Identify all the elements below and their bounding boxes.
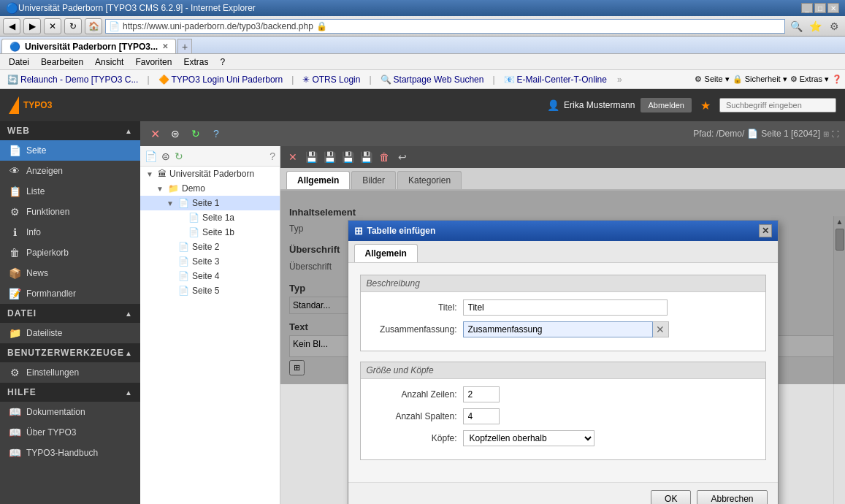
tree-item-seite3[interactable]: 📄 Seite 3 — [140, 254, 280, 269]
sidebar-item-news[interactable]: 📦 News — [0, 263, 140, 283]
tree-add-button[interactable]: 📄 — [145, 150, 157, 162]
abbrechen-button[interactable]: Abbrechen — [697, 490, 767, 504]
logout-button[interactable]: Abmelden — [641, 98, 692, 112]
undo-button[interactable]: ↩ — [394, 149, 410, 165]
maximize-button[interactable]: □ — [814, 3, 826, 13]
sidebar-section-datei: DATEI ▲ — [0, 304, 140, 323]
tree-item-seite4[interactable]: 📄 Seite 4 — [140, 269, 280, 283]
stop-button[interactable]: ✕ — [44, 18, 61, 34]
delete-button[interactable]: 🗑 — [376, 149, 392, 165]
close-page-button[interactable]: ✕ — [285, 149, 301, 165]
fav-otrs[interactable]: ✳ OTRS Login — [298, 73, 364, 86]
save-new-button[interactable]: 💾 — [340, 149, 356, 165]
save-view-button[interactable]: 💾 — [358, 149, 374, 165]
tab-close-button[interactable]: ✕ — [162, 42, 168, 50]
dialog-tab-allgemein[interactable]: Allgemein — [354, 244, 418, 262]
sidebar-item-dateiliste[interactable]: 📁 Dateiliste — [0, 323, 140, 343]
refresh-button[interactable]: ↻ — [187, 125, 204, 142]
tree-item-seite1b[interactable]: 📄 Seite 1b — [140, 225, 280, 240]
titel-input[interactable] — [463, 299, 668, 316]
menu-favoriten[interactable]: Favoriten — [129, 57, 177, 67]
sidebar-item-dokumentation[interactable]: 📖 Dokumentation — [0, 402, 140, 422]
address-bar[interactable]: 📄 https://www.uni-paderborn.de/typo3/bac… — [105, 19, 785, 34]
tree-item-seite2[interactable]: 📄 Seite 2 — [140, 240, 280, 254]
favorites-star[interactable]: ⭐ — [807, 18, 823, 34]
tree-item-seite1[interactable]: ▼ 📄 Seite 1 — [140, 196, 280, 210]
tab-kategorien[interactable]: Kategorien — [397, 171, 462, 189]
ie-help[interactable]: ❓ — [832, 75, 842, 84]
ie-tools-1[interactable]: ⚙ Seite ▾ — [695, 75, 729, 84]
tree-filter-button[interactable]: ⊜ — [161, 150, 170, 162]
more-favorites[interactable]: » — [617, 75, 622, 85]
path-fullscreen-icon[interactable]: ⛶ — [832, 130, 839, 138]
sidebar-item-liste[interactable]: 📋 Liste — [0, 181, 140, 202]
forward-button[interactable]: ▶ — [23, 18, 41, 34]
tree-refresh-button[interactable]: ↻ — [175, 150, 183, 162]
sidebar-item-anzeigen[interactable]: 👁 Anzeigen — [0, 161, 140, 181]
bookmark-icon[interactable]: ★ — [700, 99, 711, 112]
tree-item-seite5[interactable]: 📄 Seite 5 — [140, 283, 280, 298]
tools-button[interactable]: ⚙ — [826, 18, 842, 34]
sidebar-formhandler-icon: 📝 — [9, 288, 20, 299]
menu-help[interactable]: ? — [214, 57, 231, 67]
sidebar-hilfe-collapse[interactable]: ▲ — [125, 389, 133, 397]
tree-expand-seite1[interactable]: ▼ — [167, 199, 175, 207]
fav-typo3-label: TYPO3 Login Uni Paderborn — [172, 75, 283, 85]
back-button[interactable]: ◀ — [3, 18, 20, 34]
refresh-button[interactable]: ↻ — [64, 18, 82, 34]
save-button[interactable]: 💾 — [303, 149, 319, 165]
tree-expand-demo[interactable]: ▼ — [156, 185, 165, 193]
close-edit-button[interactable]: ✕ — [146, 125, 164, 142]
ie-tools-2[interactable]: 🔒 Sicherheit ▾ — [733, 75, 787, 84]
fav-email[interactable]: 📧 E-Mail-Center-T-Online — [500, 73, 611, 86]
tab-label: Universität Paderborn [TYPO3... — [25, 42, 158, 52]
fav-typo3login[interactable]: 🔶 TYPO3 Login Uni Paderborn — [154, 73, 288, 86]
new-tab-button[interactable]: + — [177, 39, 192, 53]
menu-bearbeiten[interactable]: Bearbeiten — [35, 57, 89, 67]
typo3-search-input[interactable] — [719, 98, 836, 112]
tree-item-seite1a[interactable]: 📄 Seite 1a — [140, 210, 280, 225]
minimize-button[interactable]: _ — [801, 3, 813, 13]
sidebar-item-formhandler[interactable]: 📝 Formhandler — [0, 283, 140, 304]
main-layout: WEB ▲ 📄 Seite 👁 Anzeigen 📋 Liste ⚙ Funkt… — [0, 121, 845, 504]
path-expand-icon[interactable]: ⊞ — [823, 130, 829, 138]
tab-bilder[interactable]: Bilder — [351, 171, 396, 189]
fav-startpage[interactable]: 🔍 Startpage Web Suchen — [376, 73, 489, 86]
zeilen-input[interactable] — [463, 386, 500, 402]
tab-allgemein[interactable]: Allgemein — [286, 171, 350, 189]
close-button[interactable]: ✕ — [827, 3, 839, 13]
dialog-close-button[interactable]: ✕ — [759, 224, 772, 237]
sidebar-item-info[interactable]: ℹ Info — [0, 222, 140, 243]
home-button[interactable]: 🏠 — [85, 18, 102, 34]
ok-button[interactable]: OK — [651, 490, 691, 504]
menu-extras[interactable]: Extras — [177, 57, 214, 67]
sidebar-section-benutzer-label: BENUTZERWERKZEUGE — [7, 348, 124, 358]
sidebar-item-papierkorb[interactable]: 🗑 Papierkorb — [0, 243, 140, 263]
sidebar-item-ueber-typo3[interactable]: 📖 Über TYPO3 — [0, 422, 140, 443]
tree-question-button[interactable]: ? — [269, 150, 275, 162]
tree-item-uni[interactable]: ▼ 🏛 Universität Paderborn — [140, 167, 280, 181]
sidebar-datei-collapse[interactable]: ▲ — [125, 310, 133, 318]
menu-ansicht[interactable]: Ansicht — [89, 57, 129, 67]
sidebar-web-collapse[interactable]: ▲ — [125, 127, 133, 135]
ie-tools-3[interactable]: ⚙ Extras ▾ — [790, 75, 829, 84]
sidebar-item-einstellungen[interactable]: ⚙ Einstellungen — [0, 362, 140, 383]
window-controls[interactable]: _ □ ✕ — [801, 3, 839, 13]
sidebar-item-funktionen[interactable]: ⚙ Funktionen — [0, 202, 140, 222]
search-button[interactable]: 🔍 — [788, 18, 804, 34]
tree-item-demo[interactable]: ▼ 📁 Demo — [140, 181, 280, 196]
sidebar-item-seite[interactable]: 📄 Seite — [0, 140, 140, 161]
menu-datei[interactable]: Datei — [3, 57, 35, 67]
sidebar-item-handbuch[interactable]: 📖 TYPO3-Handbuch — [0, 443, 140, 463]
koepfe-select[interactable]: Kopfzellen oberhalb Kopfzellen links Bei… — [463, 430, 594, 446]
filter-button[interactable]: ⊜ — [167, 125, 184, 142]
save-close-button[interactable]: 💾 — [321, 149, 337, 165]
zusammenfassung-input[interactable] — [463, 321, 653, 337]
browser-tab-active[interactable]: 🔵 Universität Paderborn [TYPO3... ✕ — [1, 39, 176, 53]
tree-expand-uni[interactable]: ▼ — [146, 170, 155, 178]
zusammenfassung-clear-button[interactable]: ✕ — [653, 321, 669, 337]
sidebar-benutzer-collapse[interactable]: ▲ — [125, 349, 133, 357]
spalten-input[interactable] — [463, 408, 500, 424]
fav-relaunch[interactable]: 🔄 Relaunch - Demo [TYPO3 C... — [3, 73, 142, 86]
help-button[interactable]: ? — [207, 125, 225, 142]
